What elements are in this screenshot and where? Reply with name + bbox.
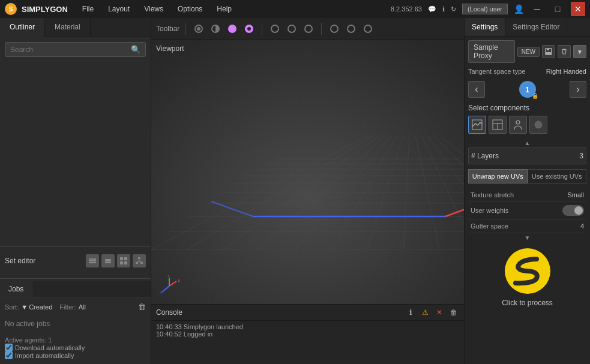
- toolbar-icon-a[interactable]: [328, 22, 341, 35]
- console-log-entry-1: 10:40:52 Logged in: [156, 330, 459, 338]
- proxy-name: Sample Proxy: [468, 40, 515, 63]
- console-header: Console ℹ ⚠ ✕ 🗑: [151, 305, 464, 321]
- filter-value: All: [79, 303, 86, 311]
- chat-icon[interactable]: 💬: [428, 5, 436, 13]
- console-log-entry-0: 10:40:33 Simplygon launched: [156, 323, 459, 330]
- sort-arrow-icon: ▼: [21, 303, 28, 311]
- set-icon-stack[interactable]: [101, 254, 115, 267]
- toolbar-magenta-circle-icon[interactable]: [226, 22, 239, 35]
- menu-file[interactable]: File: [77, 4, 98, 14]
- info-icon[interactable]: ℹ: [442, 5, 445, 13]
- local-user-badge: (Local) user: [462, 5, 508, 13]
- svg-point-19: [247, 27, 251, 31]
- sync-icon[interactable]: ↻: [451, 5, 456, 13]
- tangent-row: Tangent space type Right Handed: [468, 68, 586, 75]
- viewport-gizmo: X Y Z: [158, 275, 180, 297]
- toolbar-outline-circle-3[interactable]: [302, 22, 315, 35]
- texture-stretch-row: Texture stretch Small: [468, 188, 586, 202]
- svg-rect-60: [547, 49, 549, 50]
- uv-tab-existing[interactable]: Use existing UVs: [528, 169, 587, 183]
- click-to-process[interactable]: Click to process: [502, 299, 553, 307]
- version-label: 8.2.352.63: [391, 5, 422, 13]
- console-error-icon[interactable]: ✕: [434, 307, 445, 318]
- user-icon[interactable]: 👤: [514, 4, 524, 14]
- tab-outliner[interactable]: Outliner: [0, 18, 45, 37]
- proxy-new-button[interactable]: NEW: [517, 47, 540, 57]
- minimize-button[interactable]: ─: [530, 2, 544, 16]
- set-icon-tree[interactable]: [133, 254, 146, 267]
- divider: [0, 246, 151, 247]
- svg-rect-5: [120, 257, 123, 260]
- proxy-delete-icon[interactable]: [558, 45, 571, 58]
- toolbar-outline-circle-2[interactable]: [285, 22, 298, 35]
- titlebar-right: 8.2.352.63 💬 ℹ ↻ (Local) user 👤 ─ □ ✕: [391, 2, 585, 16]
- sort-button[interactable]: ▼ Created: [21, 303, 52, 311]
- sort-value: Created: [29, 303, 52, 311]
- comp-icon-terrain[interactable]: [468, 116, 486, 134]
- svg-point-17: [228, 25, 236, 33]
- download-auto-checkbox[interactable]: [5, 344, 13, 351]
- tab-settings[interactable]: Settings: [465, 18, 505, 36]
- toolbar-separator-2: [262, 23, 262, 35]
- toolbar-separator-3: [321, 23, 322, 35]
- viewport[interactable]: Viewport: [151, 40, 464, 304]
- svg-rect-9: [138, 257, 140, 259]
- toolbar-half-circle-icon[interactable]: [209, 22, 222, 35]
- toolbar: Toolbar: [151, 18, 464, 40]
- select-components-label: Select components: [468, 104, 586, 112]
- svg-rect-7: [120, 261, 123, 264]
- set-icon-grid[interactable]: [117, 254, 130, 267]
- comp-icon-table[interactable]: [489, 116, 507, 134]
- download-auto-label: Download automatically: [15, 344, 85, 351]
- svg-text:X: X: [178, 279, 180, 283]
- user-weights-toggle[interactable]: [562, 205, 584, 216]
- center-panel: Toolbar: [151, 18, 464, 364]
- console-info-icon[interactable]: ℹ: [405, 307, 416, 318]
- uv-tabs: Unwrap new UVs Use existing UVs: [468, 169, 586, 183]
- tab-material[interactable]: Material: [45, 18, 91, 37]
- tab-settings-editor[interactable]: Settings Editor: [505, 18, 567, 36]
- clear-jobs-icon[interactable]: 🗑: [138, 302, 146, 311]
- svg-rect-2: [89, 262, 96, 263]
- close-button[interactable]: ✕: [571, 2, 585, 16]
- console-warn-icon[interactable]: ⚠: [420, 307, 430, 318]
- console-icons: ℹ ⚠ ✕ 🗑: [405, 307, 459, 318]
- proxy-dropdown[interactable]: ▼: [573, 45, 586, 58]
- settings-content: Sample Proxy NEW ▼ Tangent space type Ri…: [465, 37, 590, 364]
- no-active-jobs: No active jobs: [5, 315, 146, 333]
- console-clear-icon[interactable]: 🗑: [448, 307, 459, 318]
- uv-tab-unwrap[interactable]: Unwrap new UVs: [468, 169, 528, 183]
- next-step-button[interactable]: ›: [570, 81, 586, 98]
- import-auto-checkbox[interactable]: [5, 351, 13, 359]
- local-badge: (Local) user: [462, 4, 508, 14]
- scroll-down-arrow[interactable]: ▼: [468, 234, 586, 241]
- search-icon[interactable]: 🔍: [131, 45, 140, 54]
- scroll-up-arrow[interactable]: ▲: [468, 140, 586, 146]
- search-input[interactable]: [10, 46, 131, 54]
- svg-rect-4: [105, 259, 111, 261]
- toolbar-icon-b[interactable]: [345, 22, 358, 35]
- toolbar-outline-circle-1[interactable]: [268, 22, 281, 35]
- toolbar-donut-icon[interactable]: [242, 22, 256, 35]
- svg-point-20: [271, 25, 278, 32]
- menu-help[interactable]: Help: [212, 4, 236, 14]
- jobs-tab[interactable]: Jobs: [0, 281, 32, 297]
- prev-step-button[interactable]: ‹: [468, 81, 485, 98]
- menu-views[interactable]: Views: [139, 4, 168, 14]
- menu-layout[interactable]: Layout: [103, 4, 134, 14]
- step-badge: 1 🔒: [519, 81, 536, 98]
- svg-point-66: [516, 121, 520, 124]
- set-icon-layers[interactable]: [86, 254, 99, 267]
- app-name: SIMPLYGON: [22, 5, 68, 14]
- comp-icon-person[interactable]: [509, 116, 527, 134]
- menu-options[interactable]: Options: [173, 4, 207, 14]
- toolbar-label: Toolbar: [156, 25, 179, 33]
- proxy-save-icon[interactable]: [542, 45, 555, 58]
- toolbar-circle-icon-1[interactable]: [192, 22, 205, 35]
- title-bar: S SIMPLYGON File Layout Views Options He…: [0, 0, 590, 18]
- comp-icon-sphere[interactable]: [529, 116, 547, 134]
- toolbar-icon-c[interactable]: [361, 22, 375, 35]
- download-auto-row: Download automatically: [5, 344, 146, 351]
- filter-label: Filter:: [59, 303, 76, 311]
- maximize-button[interactable]: □: [550, 2, 565, 16]
